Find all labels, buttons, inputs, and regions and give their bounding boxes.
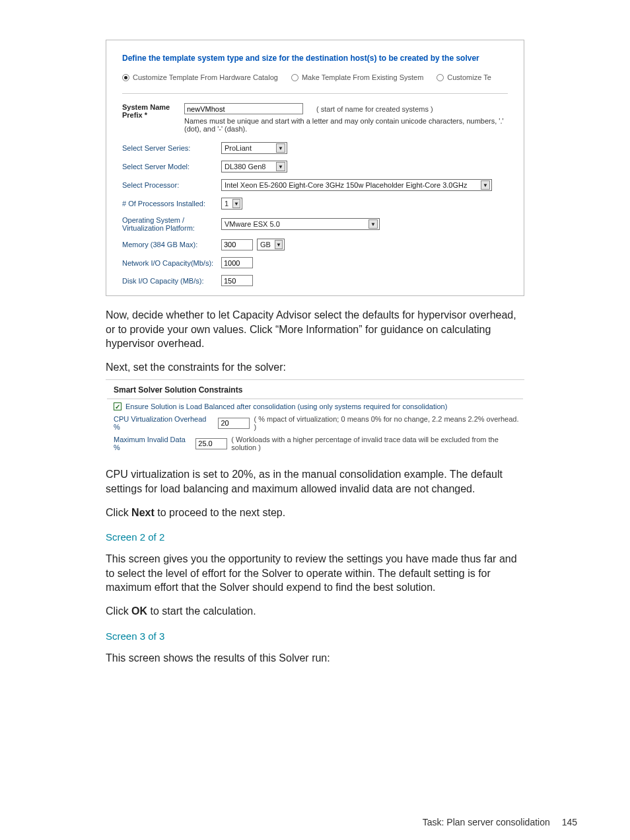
- chevron-down-icon: ▼: [276, 162, 285, 171]
- max-invalid-label: Maximum Invalid Data %: [114, 436, 192, 451]
- cpu-overhead-input[interactable]: [218, 418, 250, 429]
- footer-page-number: 145: [562, 817, 577, 827]
- body-paragraph: CPU virtualization is set to 20%, as in …: [106, 467, 524, 496]
- radio-from-catalog[interactable]: Customize Template From Hardware Catalog: [122, 73, 278, 81]
- radio-label: Customize Te: [447, 73, 491, 81]
- prefix-note: Names must be unique and start with a le…: [184, 117, 508, 133]
- max-invalid-hint: ( Workloads with a higher percentage of …: [231, 436, 522, 451]
- os-platform-select[interactable]: VMware ESX 5.0 ▼: [221, 218, 380, 230]
- select-value: GB: [260, 241, 271, 248]
- network-io-label: Network I/O Capacity(Mb/s):: [122, 259, 221, 267]
- server-series-label: Select Server Series:: [122, 144, 221, 152]
- checkbox-label: Ensure Solution is Load Balanced after c…: [125, 402, 447, 410]
- footer-task: Task: Plan server consolidation: [423, 817, 550, 827]
- cpu-overhead-hint: ( % mpact of virtualization; 0 means 0% …: [254, 415, 522, 431]
- select-value: Intel Xeon E5-2600 Eight-Core 3GHz 150w …: [225, 181, 467, 189]
- chevron-down-icon: ▼: [481, 180, 490, 190]
- radio-icon: [291, 74, 298, 81]
- select-value: ProLiant: [225, 144, 252, 152]
- constraints-title: Smart Solver Solution Constraints: [107, 383, 523, 399]
- num-processors-select[interactable]: 1 ▼: [221, 198, 242, 210]
- processor-select[interactable]: Intel Xeon E5-2600 Eight-Core 3GHz 150w …: [221, 179, 492, 191]
- memory-unit-select[interactable]: GB ▼: [257, 239, 285, 250]
- radio-customize-te[interactable]: Customize Te: [437, 73, 491, 81]
- panel-heading: Define the template system type and size…: [122, 54, 508, 63]
- os-platform-label: Operating System / Virtualization Platfo…: [122, 216, 221, 232]
- server-model-label: Select Server Model:: [122, 163, 221, 171]
- memory-input[interactable]: [221, 239, 253, 250]
- screen-2-heading: Screen 2 of 2: [106, 531, 524, 543]
- chevron-down-icon: ▼: [232, 199, 240, 208]
- chevron-down-icon: ▼: [275, 240, 283, 249]
- radio-label: Customize Template From Hardware Catalog: [133, 73, 278, 81]
- body-paragraph: Click Next to proceed to the next step.: [106, 506, 524, 520]
- solver-constraints-panel: Smart Solver Solution Constraints ✓ Ensu…: [106, 379, 524, 458]
- chevron-down-icon: ▼: [368, 219, 378, 229]
- prefix-hint: ( start of name for created systems ): [316, 105, 433, 113]
- processor-label: Select Processor:: [122, 181, 221, 189]
- cpu-overhead-label: CPU Virtualization Overhead %: [114, 415, 214, 431]
- num-processors-label: # Of Processors Installed:: [122, 200, 221, 208]
- template-source-radios: Customize Template From Hardware Catalog…: [122, 73, 508, 94]
- body-paragraph: Click OK to start the calculation.: [106, 604, 524, 619]
- template-definition-panel: Define the template system type and size…: [106, 40, 524, 296]
- disk-io-input[interactable]: [221, 275, 253, 286]
- body-paragraph: This screen gives you the opportunity to…: [106, 552, 524, 595]
- select-value: DL380 Gen8: [225, 163, 265, 171]
- load-balanced-checkbox[interactable]: ✓: [114, 402, 122, 410]
- radio-icon: [437, 74, 444, 81]
- max-invalid-input[interactable]: [195, 438, 227, 449]
- page-footer: Task: Plan server consolidation 145: [0, 817, 577, 827]
- disk-io-label: Disk I/O Capacity (MB/s):: [122, 277, 221, 285]
- system-name-prefix-label: System Name Prefix *: [122, 103, 176, 119]
- body-paragraph: Now, decide whether to let Capacity Advi…: [106, 308, 524, 351]
- chevron-down-icon: ▼: [276, 143, 285, 153]
- body-paragraph: Next, set the constraints for the solver…: [106, 360, 524, 375]
- system-name-prefix-input[interactable]: [184, 103, 303, 114]
- server-model-select[interactable]: DL380 Gen8 ▼: [221, 161, 287, 172]
- radio-label: Make Template From Existing System: [302, 73, 423, 81]
- select-value: VMware ESX 5.0: [225, 220, 280, 228]
- memory-label: Memory (384 GB Max):: [122, 241, 221, 248]
- network-io-input[interactable]: [221, 257, 253, 268]
- radio-icon: [122, 74, 129, 81]
- server-series-select[interactable]: ProLiant ▼: [221, 142, 287, 154]
- screen-3-heading: Screen 3 of 3: [106, 630, 524, 642]
- body-paragraph: This screen shows the results of this So…: [106, 651, 524, 666]
- radio-from-existing[interactable]: Make Template From Existing System: [291, 73, 423, 81]
- select-value: 1: [225, 200, 228, 208]
